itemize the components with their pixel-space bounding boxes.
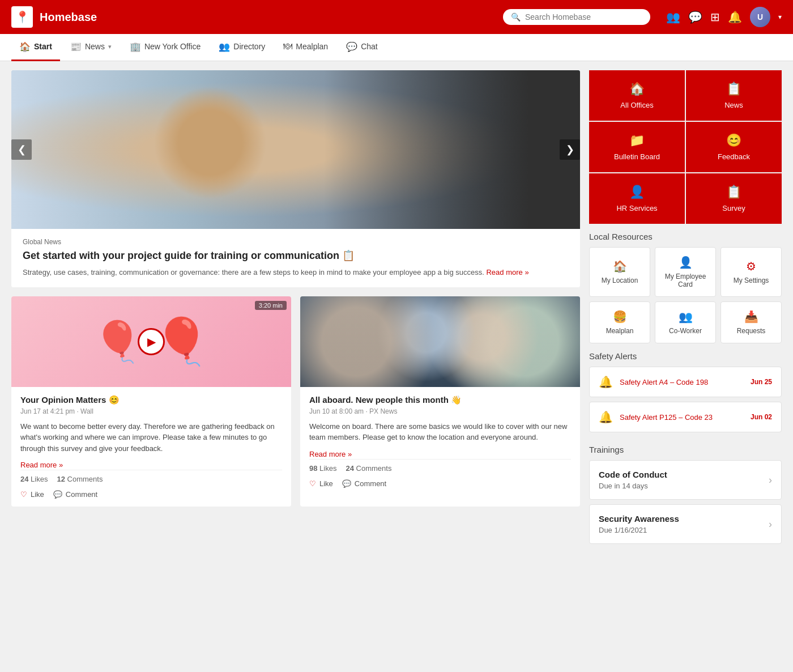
employee-card-icon: 👤 (679, 256, 693, 269)
training-item-2[interactable]: Security Awareness Due 1/16/2021 › (589, 504, 782, 544)
hero-caption: Global News Get started with your projec… (11, 229, 580, 287)
nav-item-start[interactable]: 🏠 Start (11, 34, 60, 61)
hero-tag: Global News (23, 238, 569, 246)
search-bar[interactable]: 🔍 (503, 9, 650, 25)
post-1-comment-button[interactable]: 💬 Comment (53, 490, 97, 499)
post-2-read-more[interactable]: Read more » (309, 450, 352, 458)
post-2-image (300, 296, 580, 387)
nav-label-directory: Directory (233, 42, 265, 51)
training-2-due: Due 1/16/2021 (599, 526, 762, 534)
my-location-icon: 🏠 (613, 260, 627, 273)
post-1-balloon-bg: 🎈 🎈 ▶ (11, 296, 291, 387)
resource-employee-card[interactable]: 👤 My Employee Card (655, 247, 716, 297)
chat-icon[interactable]: 💬 (688, 10, 702, 24)
heart-icon-2: ♡ (309, 479, 316, 488)
quick-link-feedback[interactable]: 😊 Feedback (686, 122, 782, 172)
post-2-stats: 98 Likes 24 Comments (309, 459, 571, 473)
nav-item-chat[interactable]: 💬 Chat (338, 34, 386, 61)
post-2-party-bg (300, 296, 580, 387)
quick-link-survey-label: Survey (722, 204, 745, 212)
quick-link-survey[interactable]: 📋 Survey (686, 173, 782, 224)
co-worker-icon: 👥 (679, 310, 693, 324)
resource-my-settings[interactable]: ⚙ My Settings (720, 247, 782, 297)
requests-label: Requests (737, 327, 766, 335)
post-card-1: 🎈 🎈 ▶ 3:20 min Your Opinion Matters 😊 Ju… (11, 296, 291, 507)
main-content: ❮ ❯ Global News Get started with your pr… (0, 61, 793, 558)
nav-item-news[interactable]: 📰 News ▾ (62, 34, 120, 61)
local-resources-title: Local Resources (589, 232, 782, 241)
directory-icon: 👥 (219, 41, 230, 52)
post-2-like-button[interactable]: ♡ Like (309, 479, 333, 488)
news-dropdown-icon: ▾ (108, 43, 112, 50)
safety-alerts-title: Safety Alerts (589, 351, 782, 361)
resource-my-location[interactable]: 🏠 My Location (589, 247, 650, 297)
resource-mealplan[interactable]: 🍔 Mealplan (589, 301, 650, 343)
training-2-chevron-icon: › (769, 518, 772, 530)
hero-image: ❮ ❯ (11, 70, 580, 229)
nav-item-mealplan[interactable]: 🍽 Mealplan (275, 34, 336, 61)
avatar-chevron[interactable]: ▾ (778, 13, 782, 21)
quick-link-all-offices[interactable]: 🏠 All Offices (589, 70, 685, 121)
logo-box[interactable]: 📍 (11, 6, 33, 28)
nav-item-directory[interactable]: 👥 Directory (211, 34, 273, 61)
header: 📍 Homebase 🔍 👥 💬 ⊞ 🔔 U ▾ (0, 0, 793, 34)
employee-card-label: My Employee Card (660, 273, 711, 288)
left-column: ❮ ❯ Global News Get started with your pr… (11, 70, 580, 548)
hero-read-more-link[interactable]: Read more » (486, 268, 528, 277)
heart-icon: ♡ (20, 490, 27, 499)
post-1-likes-count: 24 Likes (20, 475, 48, 483)
like-label-2: Like (319, 479, 333, 488)
search-input[interactable] (525, 12, 642, 22)
all-offices-icon: 🏠 (629, 82, 645, 96)
post-1-meta: Jun 17 at 4:21 pm · Wall (20, 407, 282, 415)
safety-alert-2-date: Jun 02 (751, 413, 772, 421)
safety-bell-icon-1: 🔔 (599, 375, 613, 389)
hero-description: Strategy, use cases, training, communica… (23, 267, 569, 278)
people-icon[interactable]: 👥 (666, 10, 680, 24)
quick-link-news[interactable]: 📋 News (686, 70, 782, 121)
requests-icon: 📥 (744, 310, 758, 324)
training-1-info: Code of Conduct Due in 14 days (599, 470, 762, 490)
hero-desc-text: Strategy, use cases, training, communica… (23, 268, 484, 277)
post-2-text: Welcome on board. There are some basics … (309, 421, 571, 443)
quick-link-feedback-label: Feedback (718, 152, 750, 161)
quick-link-all-offices-label: All Offices (620, 101, 653, 109)
resource-co-worker[interactable]: 👥 Co-Worker (655, 301, 716, 343)
main-nav: 🏠 Start 📰 News ▾ 🏢 New York Office 👥 Dir… (0, 34, 793, 61)
avatar[interactable]: U (750, 7, 770, 27)
safety-alert-2[interactable]: 🔔 Safety Alert P125 – Code 23 Jun 02 (589, 402, 782, 432)
mealplan-icon: 🍽 (283, 41, 292, 52)
grid-icon[interactable]: ⊞ (710, 10, 720, 24)
post-2-comment-button[interactable]: 💬 Comment (342, 479, 386, 488)
safety-alert-2-text: Safety Alert P125 – Code 23 (620, 413, 744, 422)
quick-links-grid: 🏠 All Offices 📋 News 📁 Bulletin Board 😊 … (589, 70, 782, 224)
nav-item-ny-office[interactable]: 🏢 New York Office (122, 34, 208, 61)
quick-link-bulletin-label: Bulletin Board (614, 152, 660, 161)
post-1-stats: 24 Likes 12 Comments (20, 470, 282, 483)
post-2-body: All aboard. New people this month 👋 Jun … (300, 387, 580, 496)
quick-link-hr[interactable]: 👤 HR Services (589, 173, 685, 224)
safety-alert-1[interactable]: 🔔 Safety Alert A4 – Code 198 Jun 25 (589, 367, 782, 397)
quick-link-news-label: News (724, 101, 743, 109)
play-button[interactable]: ▶ (138, 328, 165, 355)
post-1-comments-count: 12 Comments (57, 475, 103, 483)
logo-pin-icon: 📍 (15, 10, 29, 24)
hero-photo-bg (11, 70, 580, 229)
local-resources-grid: 🏠 My Location 👤 My Employee Card ⚙ My Se… (589, 247, 782, 343)
training-item-1[interactable]: Code of Conduct Due in 14 days › (589, 460, 782, 500)
quick-link-bulletin[interactable]: 📁 Bulletin Board (589, 122, 685, 172)
safety-alert-1-date: Jun 25 (751, 378, 772, 386)
safety-bell-icon-2: 🔔 (599, 410, 613, 424)
hr-icon: 👤 (629, 185, 645, 199)
resource-requests[interactable]: 📥 Requests (720, 301, 782, 343)
carousel-next-button[interactable]: ❯ (560, 139, 580, 160)
post-card-2: All aboard. New people this month 👋 Jun … (300, 296, 580, 507)
app-title: Homebase (40, 11, 496, 24)
post-1-like-button[interactable]: ♡ Like (20, 490, 44, 499)
post-1-read-more[interactable]: Read more » (20, 461, 63, 469)
bell-icon[interactable]: 🔔 (728, 10, 742, 24)
nav-label-ny-office: New York Office (144, 42, 201, 51)
post-2-party-inner (300, 296, 580, 387)
carousel-prev-button[interactable]: ❮ (11, 139, 32, 160)
nav-label-start: Start (34, 42, 52, 51)
